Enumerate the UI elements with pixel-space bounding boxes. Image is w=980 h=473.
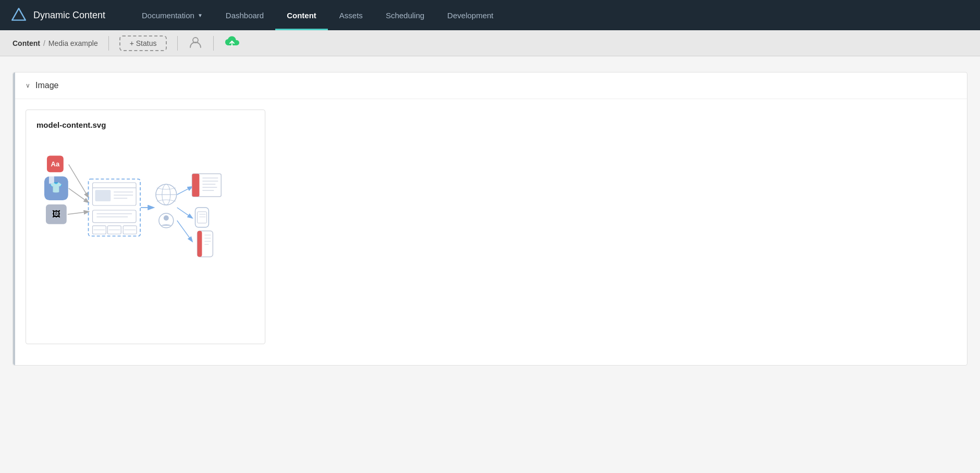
svg-line-10 [69,188,89,202]
image-section: ∨ Image model-content.svg Aa 👕 [13,72,967,366]
diagram-container: Aa 👕 🖼 [36,140,254,275]
nav-items: Documentation ▼ Dashboard Content Assets… [130,0,970,30]
divider-1 [108,36,109,51]
svg-line-36 [177,221,192,241]
cloud-upload-icon[interactable] [224,35,240,52]
svg-line-35 [177,208,192,218]
svg-line-34 [177,187,192,195]
svg-rect-49 [198,231,202,257]
svg-text:👕: 👕 [50,181,63,193]
svg-line-11 [68,212,89,214]
nav-item-documentation[interactable]: Documentation ▼ [130,0,214,30]
image-filename: model-content.svg [36,120,254,129]
section-header[interactable]: ∨ Image [13,72,967,99]
model-content-svg: Aa 👕 🖼 [42,150,249,265]
nav-item-dashboard[interactable]: Dashboard [214,0,275,30]
nav-item-content[interactable]: Content [275,0,328,30]
svg-rect-15 [95,190,111,201]
user-icon[interactable] [188,35,203,52]
breadcrumb-current: Media example [48,39,98,47]
divider-3 [213,36,214,51]
nav-item-assets[interactable]: Assets [328,0,374,30]
breadcrumb-separator: / [43,39,45,47]
image-card: model-content.svg Aa 👕 🖼 [26,110,265,344]
chevron-down-icon: ∨ [26,82,30,89]
svg-rect-19 [93,210,137,223]
section-bottom-spacer [13,355,967,365]
section-title: Image [35,81,58,90]
logo-icon [10,7,27,23]
dropdown-arrow-icon: ▼ [198,13,203,18]
svg-marker-0 [12,8,26,20]
app-name: Dynamic Content [33,10,105,21]
svg-point-33 [164,215,169,221]
svg-rect-38 [192,174,200,197]
app-logo[interactable]: Dynamic Content [10,7,115,23]
main-content: ∨ Image model-content.svg Aa 👕 [0,56,980,473]
divider-2 [177,36,178,51]
svg-rect-45 [198,212,207,223]
svg-text:Aa: Aa [51,160,60,168]
top-navigation: Dynamic Content Documentation ▼ Dashboar… [0,0,980,30]
status-button[interactable]: + Status [119,35,167,51]
breadcrumb: Content / Media example [13,39,98,47]
nav-item-development[interactable]: Development [436,0,505,30]
svg-line-9 [69,164,89,197]
sub-navigation: Content / Media example + Status [0,30,980,56]
nav-item-scheduling[interactable]: Scheduling [374,0,436,30]
svg-text:🖼: 🖼 [52,210,60,219]
breadcrumb-root[interactable]: Content [13,39,40,47]
